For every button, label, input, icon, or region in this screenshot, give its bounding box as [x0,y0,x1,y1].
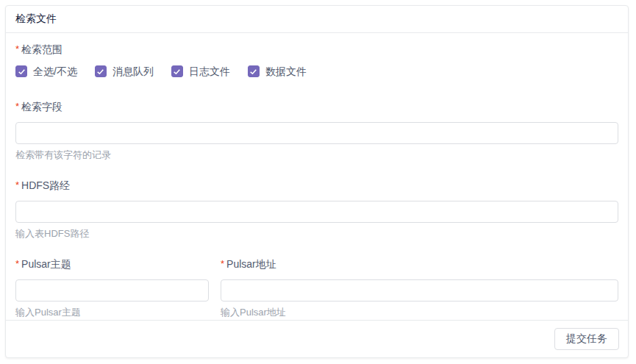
form-item-pulsar-topic: *Pulsar主题 输入Pulsar主题 [15,257,209,318]
checkbox-label: 全选/不选 [33,65,77,78]
required-asterisk: * [15,258,19,269]
checkbox-data-file[interactable]: 数据文件 [248,65,307,78]
pulsar-topic-input[interactable] [15,279,209,301]
search-field-input[interactable] [15,122,618,144]
required-asterisk: * [15,43,19,54]
hdfs-path-input[interactable] [15,201,618,223]
pulsar-address-label: *Pulsar地址 [221,257,618,271]
search-file-card: 检索文件 *检索范围 全选/不选 消息队列 日志文件 [5,5,629,358]
required-asterisk: * [221,258,224,269]
checkbox-checked-icon[interactable] [171,65,183,77]
hdfs-path-helper: 输入表HDFS路径 [15,227,618,240]
checkbox-checked-icon[interactable] [248,65,260,77]
checkbox-select-all[interactable]: 全选/不选 [15,65,77,78]
pulsar-topic-helper: 输入Pulsar主题 [15,306,209,318]
pulsar-row: *Pulsar主题 输入Pulsar主题 *Pulsar地址 输入Pulsar地… [15,257,618,318]
scope-checkbox-group: 全选/不选 消息队列 日志文件 数据文件 [15,65,618,78]
checkbox-checked-icon[interactable] [15,65,27,77]
search-field-label: *检索字段 [15,100,618,113]
checkbox-message-queue[interactable]: 消息队列 [95,65,154,78]
checkbox-log-file[interactable]: 日志文件 [171,65,230,78]
card-header: 检索文件 [6,6,628,33]
required-asterisk: * [15,179,19,190]
pulsar-address-input[interactable] [221,279,618,301]
checkbox-label: 数据文件 [265,65,307,78]
checkbox-label: 消息队列 [112,65,154,78]
search-field-helper: 检索带有该字符的记录 [15,149,618,161]
form-item-pulsar-address: *Pulsar地址 输入Pulsar地址 [221,257,618,318]
scope-label: *检索范围 [15,43,618,56]
checkbox-label: 日志文件 [189,65,230,78]
pulsar-address-helper: 输入Pulsar地址 [221,306,618,318]
required-asterisk: * [15,101,19,112]
form-item-search-field: *检索字段 检索带有该字符的记录 [15,100,618,161]
hdfs-path-label: *HDFS路经 [15,179,618,192]
card-footer: 提交任务 [6,320,628,357]
card-title: 检索文件 [15,13,57,26]
submit-task-button[interactable]: 提交任务 [554,328,619,350]
card-body: *检索范围 全选/不选 消息队列 日志文件 数据文件 [6,33,628,320]
form-item-scope: *检索范围 全选/不选 消息队列 日志文件 数据文件 [15,43,618,78]
checkbox-checked-icon[interactable] [95,65,107,77]
form-item-hdfs-path: *HDFS路经 输入表HDFS路径 [15,179,618,240]
pulsar-topic-label: *Pulsar主题 [15,257,209,271]
